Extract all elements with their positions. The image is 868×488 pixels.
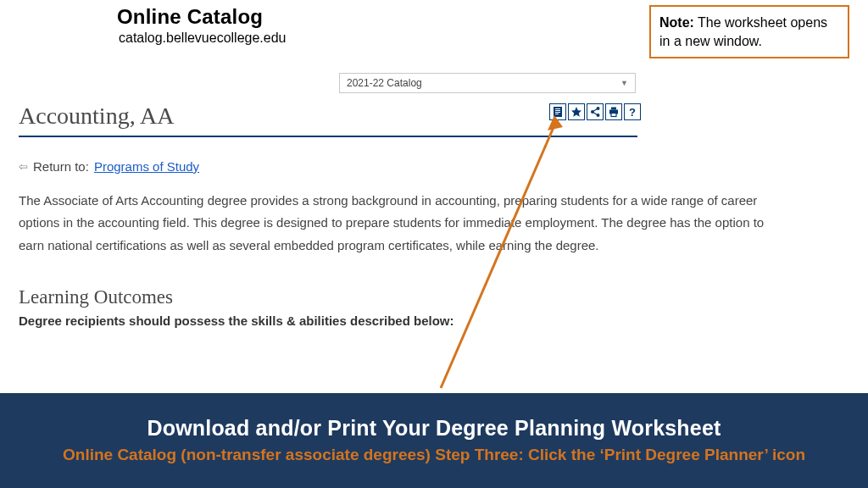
svg-rect-1 bbox=[555, 108, 560, 109]
back-arrow-icon: ⇦ bbox=[19, 160, 28, 173]
learning-outcomes-intro: Degree recipients should possess the ski… bbox=[19, 313, 454, 328]
breadcrumb-return: ⇦ Return to: Programs of Study bbox=[19, 159, 199, 174]
slide-title: Online Catalog bbox=[117, 5, 286, 29]
catalog-url: catalog.bellevuecollege.edu bbox=[119, 30, 286, 46]
note-label: Note: bbox=[659, 15, 694, 30]
note-callout: Note: The worksheet opens in a new windo… bbox=[649, 5, 849, 58]
share-icon[interactable] bbox=[587, 103, 604, 120]
catalog-year-select[interactable]: 2021-22 Catalog ▼ bbox=[339, 73, 636, 93]
print-icon[interactable] bbox=[605, 103, 622, 120]
favorite-star-icon[interactable] bbox=[568, 103, 585, 120]
svg-rect-3 bbox=[555, 112, 560, 113]
svg-line-10 bbox=[594, 113, 598, 114]
svg-rect-2 bbox=[555, 110, 560, 111]
banner-title: Download and/or Print Your Degree Planni… bbox=[147, 416, 721, 441]
program-description: The Associate of Arts Accounting degree … bbox=[19, 190, 782, 257]
learning-outcomes-heading: Learning Outcomes bbox=[19, 286, 173, 308]
svg-line-9 bbox=[594, 109, 598, 111]
title-underline bbox=[19, 136, 637, 137]
svg-rect-11 bbox=[611, 108, 616, 110]
chevron-down-icon: ▼ bbox=[620, 79, 628, 87]
svg-marker-5 bbox=[571, 107, 581, 117]
svg-rect-4 bbox=[555, 114, 559, 114]
action-icon-bar: ? bbox=[549, 103, 641, 120]
catalog-year-value: 2021-22 Catalog bbox=[347, 77, 422, 89]
instruction-banner: Download and/or Print Your Degree Planni… bbox=[0, 393, 868, 488]
svg-text:?: ? bbox=[629, 106, 636, 118]
programs-of-study-link[interactable]: Programs of Study bbox=[94, 159, 199, 174]
help-icon[interactable]: ? bbox=[624, 103, 641, 120]
svg-line-15 bbox=[441, 125, 554, 388]
banner-subtitle: Online Catalog (non-transfer associate d… bbox=[63, 444, 805, 466]
program-title: Accounting, AA bbox=[19, 103, 175, 130]
return-prefix: Return to: bbox=[33, 159, 89, 174]
print-degree-planner-icon[interactable] bbox=[549, 103, 566, 120]
svg-rect-13 bbox=[611, 114, 616, 117]
